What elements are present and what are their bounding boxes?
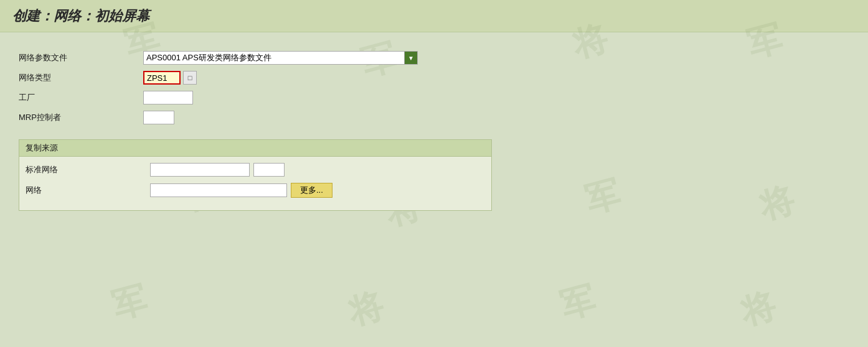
page-title: 创建：网络：初始屏幕 (12, 7, 149, 25)
network-params-row: 网络参数文件 (19, 51, 849, 65)
watermark-10: 将 (343, 282, 388, 336)
standard-network-row: 标准网络 (26, 163, 485, 177)
factory-input[interactable] (143, 91, 193, 104)
standard-network-label: 标准网络 (26, 164, 150, 175)
standard-network-input-2[interactable] (253, 163, 285, 177)
network-input[interactable] (150, 183, 287, 197)
factory-row: 工厂 (19, 91, 849, 104)
copy-section: 复制来源 标准网络 网络 更多... (19, 139, 492, 211)
network-row: 网络 更多... (26, 183, 485, 198)
network-inputs: 更多... (150, 183, 333, 198)
network-label: 网络 (26, 185, 150, 196)
copy-section-title: 复制来源 (26, 143, 58, 152)
network-type-label: 网络类型 (19, 72, 143, 83)
watermark-9: 军 (106, 276, 151, 330)
network-type-lookup-button[interactable]: □ (183, 71, 197, 85)
network-params-input[interactable] (143, 51, 405, 65)
more-button[interactable]: 更多... (291, 183, 333, 198)
watermark-12: 将 (735, 282, 780, 336)
mrp-label: MRP控制者 (19, 112, 143, 123)
network-type-container: □ (143, 71, 197, 85)
network-type-input[interactable] (143, 71, 181, 85)
lookup-icon: □ (188, 74, 192, 81)
standard-network-inputs (150, 163, 285, 177)
network-params-dropdown-arrow[interactable] (404, 51, 418, 65)
watermark-11: 军 (555, 276, 600, 330)
copy-section-header: 复制来源 (19, 140, 491, 157)
copy-section-body: 标准网络 网络 更多... (19, 157, 491, 210)
page-wrapper: 军 军 将 军 军 将 军 将 军 将 军 将 创建：网络：初始屏幕 网络参数文… (0, 0, 868, 347)
factory-label: 工厂 (19, 92, 143, 103)
mrp-row: MRP控制者 (19, 111, 849, 124)
mrp-input[interactable] (143, 111, 174, 124)
network-params-label: 网络参数文件 (19, 52, 143, 63)
network-params-dropdown-container (143, 51, 418, 65)
standard-network-input-1[interactable] (150, 163, 250, 177)
network-type-row: 网络类型 □ (19, 71, 849, 85)
title-bar: 创建：网络：初始屏幕 (0, 0, 868, 32)
